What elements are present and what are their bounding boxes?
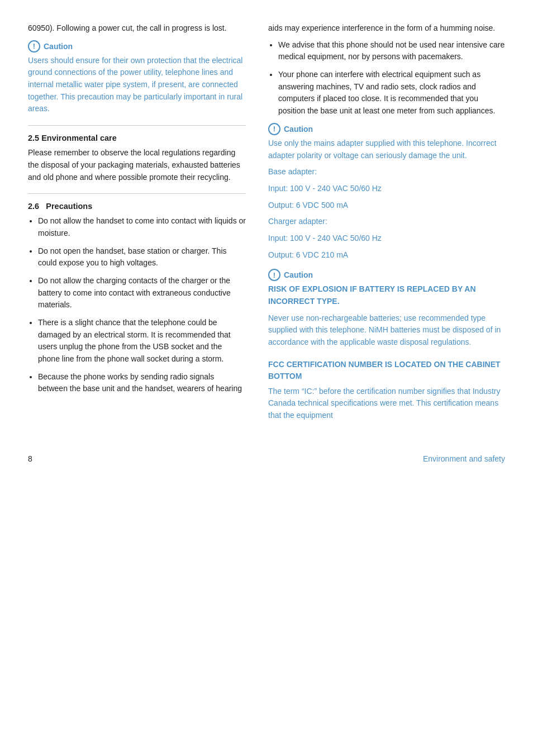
fcc-block: FCC CERTIFICATION NUMBER IS LOCATED ON T… bbox=[268, 359, 505, 422]
caution-bold-text-3: RISK OF EXPLOSION IF BATTERY IS REPLACED… bbox=[268, 283, 505, 307]
fcc-heading: FCC CERTIFICATION NUMBER IS LOCATED ON T… bbox=[268, 359, 505, 382]
caution-detail-line: Input: 100 V - 240 VAC 50/60 Hz bbox=[268, 183, 505, 195]
caution-detail-line: Base adapter: bbox=[268, 166, 505, 178]
caution-label-3: Caution bbox=[284, 270, 313, 279]
section-2-5: 2.5 Environmental care Please remember t… bbox=[28, 134, 246, 183]
caution-header-1: ! Caution bbox=[28, 40, 246, 53]
caution-block-2: ! Caution Use only the mains adapter sup… bbox=[268, 123, 505, 261]
caution-detail-line: Charger adapter: bbox=[268, 216, 505, 228]
footer-section-label: Environment and safety bbox=[423, 454, 505, 463]
precautions-list: Do not allow the handset to come into co… bbox=[28, 215, 246, 395]
intro-paragraph-left: 60950). Following a power cut, the call … bbox=[28, 22, 246, 35]
divider-2 bbox=[28, 193, 246, 194]
list-item: Do not allow the handset to come into co… bbox=[38, 215, 246, 239]
section-2-6: 2.6 Precautions Do not allow the handset… bbox=[28, 202, 246, 395]
section-26-heading: 2.6 Precautions bbox=[28, 202, 246, 211]
list-item: Do not allow the charging contacts of th… bbox=[38, 275, 246, 311]
caution-detail-line: Input: 100 V - 240 VAC 50/60 Hz bbox=[268, 232, 505, 245]
right-column: aids may experience interference in the … bbox=[268, 22, 505, 426]
caution-block-3: ! Caution RISK OF EXPLOSION IF BATTERY I… bbox=[268, 269, 505, 348]
caution-block-1: ! Caution Users should ensure for their … bbox=[28, 40, 246, 115]
caution-header-2: ! Caution bbox=[268, 123, 505, 135]
caution-label-2: Caution bbox=[284, 125, 313, 134]
intro-paragraph-right: aids may experience interference in the … bbox=[268, 22, 505, 35]
caution-icon-1: ! bbox=[28, 40, 40, 53]
list-item: Do not open the handset, base station or… bbox=[38, 245, 246, 269]
list-item: Your phone can interfere with electrical… bbox=[278, 69, 505, 117]
list-item: Because the phone works by sending radio… bbox=[38, 371, 246, 395]
caution-details-2: Base adapter: Input: 100 V - 240 VAC 50/… bbox=[268, 166, 505, 261]
list-item: There is a slight chance that the teleph… bbox=[38, 317, 246, 365]
caution-text-1: Users should ensure for their own protec… bbox=[28, 55, 246, 115]
footer-page-number: 8 bbox=[28, 454, 32, 463]
section-25-heading: 2.5 Environmental care bbox=[28, 134, 246, 142]
caution-icon-2: ! bbox=[268, 123, 280, 135]
section-25-title: Environmental care bbox=[41, 134, 117, 142]
caution-icon-3: ! bbox=[268, 269, 280, 281]
section-25-body: Please remember to observe the local reg… bbox=[28, 147, 246, 183]
caution-detail-line: Output: 6 VDC 210 mA bbox=[268, 249, 505, 261]
left-column: 60950). Following a power cut, the call … bbox=[28, 22, 246, 426]
caution-header-3: ! Caution bbox=[268, 269, 505, 281]
list-item: We advise that this phone should not be … bbox=[278, 39, 505, 63]
section-26-number: 2.6 bbox=[28, 202, 39, 211]
page-layout: 60950). Following a power cut, the call … bbox=[28, 22, 505, 426]
caution-text-2: Use only the mains adapter supplied with… bbox=[268, 137, 505, 161]
divider-1 bbox=[28, 125, 246, 126]
caution-label-1: Caution bbox=[44, 42, 73, 51]
caution-text-3: Never use non-rechargeable batteries; us… bbox=[268, 312, 505, 349]
fcc-text: The term “IC:” before the certification … bbox=[268, 386, 505, 422]
page-footer: 8 Environment and safety bbox=[28, 449, 505, 463]
right-bullet-list: We advise that this phone should not be … bbox=[268, 39, 505, 117]
section-26-title: Precautions bbox=[46, 202, 92, 211]
caution-detail-line: Output: 6 VDC 500 mA bbox=[268, 199, 505, 212]
section-25-number: 2.5 bbox=[28, 134, 39, 142]
